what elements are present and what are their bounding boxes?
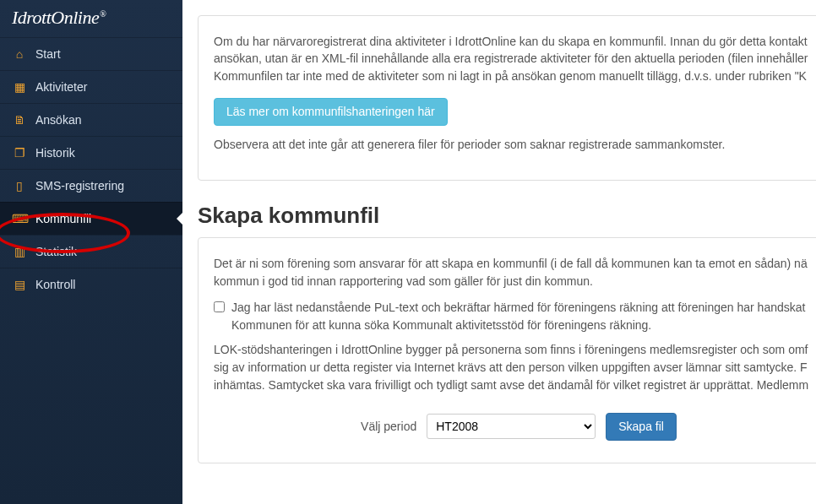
create-panel: Det är ni som förening som ansvarar för … [198, 237, 816, 463]
sidebar-item-sms[interactable]: ▯ SMS-registrering [0, 169, 182, 202]
intro-text-1: Om du har närvaroregistrerat dina aktivi… [214, 33, 816, 84]
sidebar-item-statistik[interactable]: ▥ Statistik [0, 235, 182, 268]
sidebar-item-label: Aktiviteter [35, 80, 87, 94]
home-icon: ⌂ [12, 47, 27, 61]
pul-checkbox[interactable] [214, 301, 225, 312]
create-text-2: LOK-stödshanteringen i IdrottOnline bygg… [214, 341, 816, 394]
sidebar-item-kontroll[interactable]: ▤ Kontroll [0, 268, 182, 301]
intro-panel: Om du har närvaroregistrerat dina aktivi… [198, 15, 816, 181]
read-more-button[interactable]: Läs mer om kommunfilshanteringen här [214, 98, 448, 126]
sidebar-item-aktiviteter[interactable]: ▦ Aktiviteter [0, 70, 182, 103]
inbox-icon: ⌨ [12, 212, 27, 225]
registered-mark: ® [100, 9, 106, 19]
create-text-1: Det är ni som förening som ansvarar för … [214, 255, 816, 290]
period-select[interactable]: HT2008 [427, 414, 596, 439]
sidebar-item-ansokan[interactable]: 🗎 Ansökan [0, 103, 182, 136]
logo-text: IdrottOnline [12, 7, 99, 28]
section-title: Skapa kommunfil [198, 203, 816, 229]
main-content: Om du har närvaroregistrerat dina aktivi… [182, 0, 816, 504]
sidebar-item-label: Kommunfil [35, 212, 91, 225]
intro-text-2: Observera att det inte går att generera … [214, 136, 816, 153]
logo: IdrottOnline® [0, 0, 182, 37]
sidebar: IdrottOnline® ⌂ Start ▦ Aktiviteter 🗎 An… [0, 0, 182, 504]
sidebar-item-label: Kontroll [35, 278, 75, 291]
sidebar-item-kommunfil[interactable]: ⌨ Kommunfil [0, 202, 182, 235]
calendar-icon: ▦ [12, 80, 27, 94]
create-file-button[interactable]: Skapa fil [606, 413, 677, 441]
sidebar-item-label: Ansökan [35, 113, 81, 127]
sidebar-item-label: Statistik [35, 245, 77, 258]
book-icon: ▤ [12, 278, 27, 291]
period-label: Välj period [361, 420, 416, 433]
sidebar-item-label: Historik [35, 146, 75, 160]
pul-checkbox-label: Jag har läst nedanstående PuL-text och b… [231, 299, 816, 334]
sidebar-item-label: Start [35, 47, 61, 61]
document-icon: 🗎 [12, 113, 27, 127]
sidebar-item-start[interactable]: ⌂ Start [0, 37, 182, 70]
mobile-icon: ▯ [12, 179, 27, 192]
sidebar-item-label: SMS-registrering [35, 179, 124, 192]
app-root: IdrottOnline® ⌂ Start ▦ Aktiviteter 🗎 An… [0, 0, 816, 504]
pul-checkbox-row: Jag har läst nedanstående PuL-text och b… [214, 299, 816, 334]
copy-icon: ❐ [12, 146, 27, 160]
period-form-row: Välj period HT2008 Skapa fil [214, 413, 816, 441]
bar-chart-icon: ▥ [12, 245, 27, 258]
sidebar-item-historik[interactable]: ❐ Historik [0, 136, 182, 169]
sidebar-nav: ⌂ Start ▦ Aktiviteter 🗎 Ansökan ❐ Histor… [0, 37, 182, 301]
